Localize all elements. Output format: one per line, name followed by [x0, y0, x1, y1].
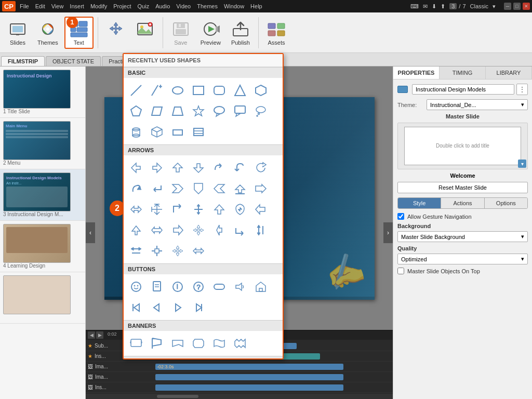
shape-bent-arrow-left[interactable] — [148, 179, 166, 198]
preview-button[interactable]: Preview — [196, 18, 225, 48]
menu-modify[interactable]: Modify — [90, 3, 107, 9]
tl-nav-left[interactable]: ◀ — [88, 331, 95, 339]
master-slide-expand-button[interactable]: ▾ — [518, 159, 526, 168]
shape-lines[interactable] — [189, 123, 208, 141]
slide-item-2[interactable]: Main Menu 2 Menu — [0, 118, 85, 169]
shape-btn-pill[interactable] — [210, 277, 229, 296]
shape-block-arrow-right[interactable] — [251, 179, 270, 198]
shape-btn-question[interactable]: ? — [189, 277, 208, 296]
master-slide-preview[interactable]: Double click to add title ▾ — [397, 123, 528, 169]
tl-nav-right[interactable]: ▶ — [96, 331, 103, 339]
publish-button[interactable]: Publish — [227, 18, 254, 48]
shape-star[interactable] — [189, 102, 208, 121]
timeline-scrollbar[interactable] — [86, 394, 393, 399]
shape-parallelogram[interactable] — [148, 102, 166, 121]
menu-help[interactable]: Help — [250, 3, 262, 9]
shape-trapezoid[interactable] — [168, 102, 187, 121]
shape-btn-next[interactable] — [189, 298, 208, 317]
rpanel-tab-timing[interactable]: TIMING — [440, 66, 486, 79]
shape-banner-fold[interactable] — [168, 334, 187, 353]
shape-large-4dir[interactable] — [168, 242, 187, 260]
timeline-scroll-thumb[interactable] — [157, 395, 198, 398]
menu-themes[interactable]: Themes — [197, 3, 218, 9]
shape-btn-home[interactable] — [251, 277, 270, 296]
slide-options-button[interactable]: ⋮ — [516, 84, 528, 95]
shape-double-h2[interactable] — [127, 242, 145, 260]
shape-pentagon[interactable] — [127, 102, 145, 121]
shape-hexagon[interactable] — [251, 81, 270, 100]
tl-bar-5[interactable] — [155, 384, 343, 391]
shape-up-arrow2[interactable] — [210, 200, 229, 219]
shape-btn-doc[interactable] — [148, 277, 166, 296]
menu-quiz[interactable]: Quiz — [138, 3, 150, 9]
slide-item-1[interactable]: Instructional Design 1 Title Slide — [0, 66, 85, 118]
rpanel-tab-library[interactable]: LIBRARY — [486, 66, 532, 79]
slide-item-5[interactable]: ​ — [0, 272, 85, 324]
close-button[interactable]: ✕ — [523, 3, 530, 10]
shape-arrow-right[interactable] — [148, 158, 166, 177]
tab-actions[interactable]: Actions — [441, 198, 484, 208]
shape-uturn-arrow[interactable] — [231, 158, 249, 177]
tab-filmstrip[interactable]: FILMSTRIP — [1, 56, 45, 66]
menu-project[interactable]: Project — [113, 3, 131, 9]
themes-button[interactable]: Themes — [33, 18, 62, 48]
shape-curved-arrow[interactable] — [210, 158, 229, 177]
menu-video[interactable]: Video — [176, 3, 191, 9]
shape-rev-arrow[interactable] — [231, 221, 249, 240]
slides-button[interactable]: Slides — [4, 18, 31, 48]
shape-line[interactable] — [127, 81, 145, 100]
shape-btn-smile[interactable] — [127, 277, 145, 296]
slide-title-box[interactable]: Instructional Design Models — [412, 84, 514, 95]
shape-thought[interactable] — [251, 102, 270, 121]
tl-bar-3[interactable]: -02:3.0s — [155, 364, 343, 370]
shape-shield-arrow[interactable] — [231, 200, 249, 219]
restore-button[interactable]: □ — [513, 3, 521, 10]
shape-cross-arrow[interactable] — [148, 242, 166, 260]
background-select[interactable]: Master Slide Background ▾ — [397, 231, 528, 242]
shape-bent-arrow-2[interactable] — [168, 200, 187, 219]
save-button[interactable]: Save — [167, 18, 194, 48]
shape-line2[interactable]: + — [148, 81, 166, 100]
shape-chevron-down[interactable] — [189, 179, 208, 198]
text-button[interactable]: 1 Text — [64, 17, 94, 49]
reset-master-button[interactable]: Reset Master Slide — [397, 182, 528, 193]
canvas-next-button[interactable]: › — [383, 222, 393, 243]
shape-left-arrow2[interactable] — [251, 200, 270, 219]
shape-cube[interactable] — [148, 123, 166, 141]
rpanel-tab-properties[interactable]: PROPERTIES — [393, 66, 440, 79]
master-objects-checkbox[interactable] — [397, 268, 404, 274]
menu-audio[interactable]: Audio — [155, 3, 170, 9]
shape-double-v[interactable] — [251, 221, 270, 240]
shape-4dir-arrow[interactable] — [189, 221, 208, 240]
tab-style[interactable]: Style — [398, 198, 441, 208]
tab-object-state[interactable]: OBJECT STATE — [46, 56, 101, 66]
shape-square[interactable] — [168, 123, 187, 141]
shape-split-arrow[interactable] — [189, 200, 208, 219]
shape-banner-wide[interactable] — [189, 334, 208, 353]
chevron-down-icon[interactable]: ▾ — [493, 3, 496, 10]
image-tool-button[interactable]: ​ — [131, 18, 158, 48]
shape-double-arrow-all[interactable] — [148, 200, 166, 219]
shape-btn-sound[interactable] — [231, 277, 249, 296]
tab-options[interactable]: Options — [485, 198, 527, 208]
shape-banner-wave[interactable] — [210, 334, 229, 353]
menu-file[interactable]: File — [20, 3, 29, 9]
shape-lr-arrow[interactable] — [148, 221, 166, 240]
shape-rounded-rect[interactable] — [210, 81, 229, 100]
shape-chevron-left[interactable] — [210, 179, 229, 198]
shape-back-arrow[interactable] — [127, 179, 145, 198]
move-tool-button[interactable]: ​ — [102, 18, 129, 48]
shape-btn-back[interactable] — [148, 298, 166, 317]
shape-arrow-down[interactable] — [189, 158, 208, 177]
theme-select[interactable]: Instructional_De... ▾ — [427, 99, 528, 110]
shape-chevron-right[interactable] — [168, 179, 187, 198]
slide-item-4[interactable]: 4 Learning Design — [0, 221, 85, 272]
shape-up-block[interactable] — [127, 221, 145, 240]
gesture-nav-checkbox[interactable] — [397, 213, 404, 220]
slide-current[interactable]: 3 — [449, 3, 457, 9]
menu-insert[interactable]: Insert — [70, 3, 84, 9]
menu-window[interactable]: Window — [224, 3, 244, 9]
shape-up-double[interactable] — [231, 179, 249, 198]
shape-btn-play[interactable] — [168, 298, 187, 317]
shape-speech-round[interactable] — [210, 102, 229, 121]
